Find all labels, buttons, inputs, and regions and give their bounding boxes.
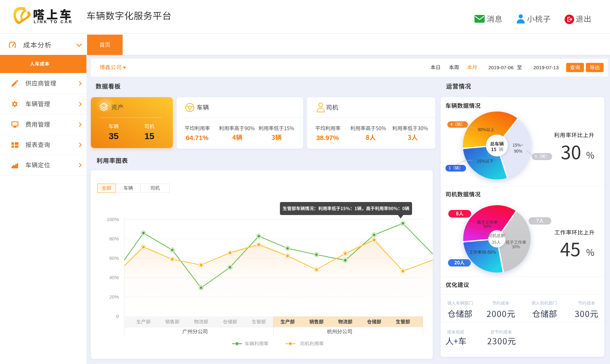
svg-text:0: 0 [116, 313, 119, 319]
svg-text:20%: 20% [109, 294, 119, 300]
svg-text:40%: 40% [109, 275, 119, 280]
svg-text:60%: 60% [109, 255, 119, 261]
svg-text:80%: 80% [109, 236, 119, 241]
svg-text:100%: 100% [107, 217, 119, 222]
